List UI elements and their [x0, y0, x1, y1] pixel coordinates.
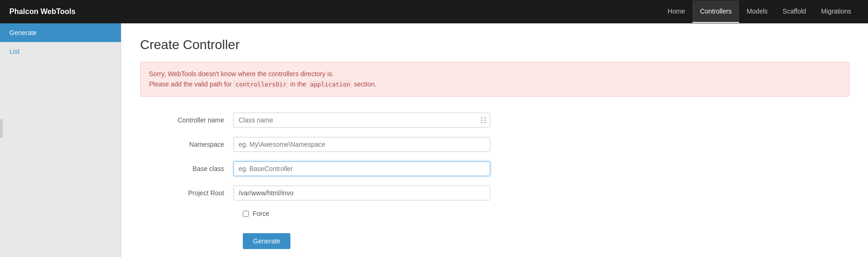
alert-line2-middle: in the	[289, 80, 308, 88]
project-root-input[interactable]	[233, 186, 490, 200]
nav-home[interactable]: Home	[660, 0, 692, 23]
namespace-row: Namespace	[140, 132, 560, 157]
navbar: Phalcon WebTools Home Controllers Models…	[0, 0, 868, 23]
alert-line2-after: section.	[352, 80, 376, 88]
force-label: Force	[253, 210, 269, 217]
alert-line1: Sorry, WebTools doesn't know where the c…	[149, 69, 840, 79]
generate-button[interactable]: Generate	[243, 233, 290, 249]
project-root-row: Project Root	[140, 181, 560, 205]
navbar-links: Home Controllers Models Scaffold Migrati…	[660, 0, 859, 23]
base-class-label: Base class	[140, 157, 233, 181]
controller-name-field: ☷	[233, 108, 560, 132]
force-row: Force	[243, 205, 849, 222]
page-title: Create Controller	[140, 37, 849, 52]
main-content: Create Controller Sorry, WebTools doesn'…	[121, 23, 868, 257]
namespace-input[interactable]	[233, 137, 490, 152]
alert-box: Sorry, WebTools doesn't know where the c…	[140, 62, 849, 97]
alert-code1: controllersDir	[233, 80, 289, 88]
sidebar-list[interactable]: List	[0, 42, 121, 61]
sidebar: Generate List	[0, 23, 121, 257]
base-class-row: Base class	[140, 157, 560, 181]
nav-scaffold[interactable]: Scaffold	[775, 0, 813, 23]
controller-name-row: Controller name ☷	[140, 108, 560, 132]
layout: Generate List Create Controller Sorry, W…	[0, 23, 868, 257]
nav-migrations[interactable]: Migrations	[813, 0, 859, 23]
force-checkbox[interactable]	[243, 211, 249, 217]
base-class-field	[233, 157, 560, 181]
generate-button-container: Generate	[140, 228, 849, 249]
namespace-field	[233, 132, 560, 157]
alert-code2: application	[308, 80, 352, 88]
controller-name-wrapper: ☷	[233, 113, 490, 128]
controller-name-input[interactable]	[233, 113, 490, 128]
project-root-label: Project Root	[140, 181, 233, 205]
controller-name-label: Controller name	[140, 108, 233, 132]
nav-controllers[interactable]: Controllers	[692, 0, 739, 23]
form: Controller name ☷ Namespace	[140, 108, 560, 205]
navbar-brand: Phalcon WebTools	[9, 7, 660, 16]
base-class-input[interactable]	[233, 161, 490, 176]
alert-line2-before: Please add the valid path for	[149, 80, 233, 88]
scroll-handle	[0, 119, 3, 138]
alert-line2: Please add the valid path for controller…	[149, 79, 840, 90]
project-root-field	[233, 181, 560, 205]
namespace-label: Namespace	[140, 132, 233, 157]
nav-models[interactable]: Models	[739, 0, 775, 23]
sidebar-generate[interactable]: Generate	[0, 23, 121, 42]
